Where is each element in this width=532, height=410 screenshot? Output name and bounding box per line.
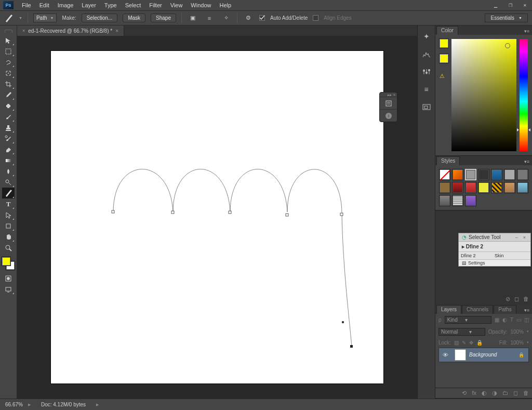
close-tab-icon[interactable]: ×: [115, 28, 118, 34]
quickmask-button[interactable]: [2, 273, 15, 284]
histogram-icon[interactable]: [421, 48, 432, 60]
style-swatch[interactable]: [517, 169, 528, 180]
plugin-name[interactable]: Dfine 2: [466, 244, 483, 249]
sparkle-icon[interactable]: ✦: [421, 31, 432, 42]
blur-tool[interactable]: [2, 166, 15, 177]
navigator-icon[interactable]: [421, 101, 432, 113]
pen-tool-indicator[interactable]: [4, 14, 14, 23]
style-swatch[interactable]: [491, 182, 502, 193]
style-swatch[interactable]: [452, 182, 463, 193]
type-tool[interactable]: T: [2, 199, 15, 209]
lasso-tool[interactable]: [2, 57, 15, 68]
hand-tool[interactable]: [2, 231, 15, 242]
adjustments-icon[interactable]: [421, 66, 432, 77]
mini-panel[interactable]: ▸▸× i: [379, 92, 397, 122]
opacity-value[interactable]: 100%: [510, 329, 524, 335]
align-icon[interactable]: ≡: [204, 13, 215, 23]
gear-icon[interactable]: ⚙: [243, 13, 254, 23]
make-selection-button[interactable]: Selection...: [82, 14, 117, 22]
doc-info[interactable]: Doc: 4.12M/0 bytes: [31, 402, 96, 407]
visibility-icon[interactable]: 👁: [439, 352, 451, 358]
style-swatch[interactable]: [439, 182, 450, 193]
style-swatch[interactable]: [517, 182, 528, 193]
filter-text-icon[interactable]: T: [510, 317, 513, 323]
style-swatch[interactable]: [478, 169, 489, 180]
healing-tool[interactable]: [2, 100, 15, 111]
screen-mode-button[interactable]: [2, 284, 15, 295]
menu-view[interactable]: View: [166, 1, 187, 10]
make-mask-button[interactable]: Mask: [123, 14, 145, 22]
adjustment-icon[interactable]: ◑: [492, 390, 497, 396]
style-none[interactable]: [439, 169, 450, 180]
tab-layers[interactable]: Layers: [436, 305, 461, 314]
col-1[interactable]: Dfine 2: [461, 253, 495, 258]
gradient-tool[interactable]: [2, 155, 15, 166]
background-swatch[interactable]: [440, 54, 448, 63]
style-swatch[interactable]: [478, 182, 489, 193]
mode-select[interactable]: Path▼: [33, 14, 57, 22]
style-swatch[interactable]: [504, 169, 515, 180]
style-swatch[interactable]: [439, 195, 450, 206]
eyedropper-tool[interactable]: [2, 89, 15, 100]
settings-accordion[interactable]: Settings: [468, 260, 485, 266]
new-icon[interactable]: ◻: [514, 296, 519, 302]
color-panel-menu-icon[interactable]: ▾≡: [522, 28, 532, 35]
crop-tool[interactable]: [2, 78, 15, 89]
style-swatch[interactable]: [465, 182, 476, 193]
hue-slider-thumb[interactable]: [518, 128, 529, 130]
new-layer-icon[interactable]: ◻: [513, 390, 518, 396]
brush-tool[interactable]: [2, 111, 15, 122]
menu-edit[interactable]: Edit: [35, 1, 54, 10]
maximize-button[interactable]: ❐: [503, 0, 517, 10]
zoom-tool[interactable]: [2, 242, 15, 253]
lock-all-icon[interactable]: 🔒: [476, 340, 483, 346]
mini-properties-icon[interactable]: [380, 97, 397, 109]
col-2[interactable]: Skin: [495, 253, 528, 258]
link-icon[interactable]: ⟲: [462, 390, 467, 396]
menu-filter[interactable]: Filter: [145, 1, 166, 10]
style-swatch[interactable]: [504, 182, 515, 193]
blend-mode-select[interactable]: Normal ▾: [438, 328, 485, 336]
layer-row[interactable]: 👁 Background 🔒: [438, 348, 529, 362]
shape-tool[interactable]: [2, 220, 15, 231]
combine-icon[interactable]: ▣: [187, 13, 198, 23]
menu-file[interactable]: File: [18, 1, 35, 10]
tab-color[interactable]: Color: [436, 26, 458, 35]
move-tool[interactable]: [2, 35, 15, 46]
color-swatches[interactable]: [2, 257, 15, 270]
style-swatch[interactable]: [465, 169, 476, 180]
auto-add-delete-checkbox[interactable]: [259, 15, 265, 21]
no-icon[interactable]: ⊘: [506, 296, 510, 302]
delete-layer-icon[interactable]: 🗑: [523, 390, 529, 396]
lock-pixels-icon[interactable]: ✎: [462, 340, 466, 346]
saturation-value-picker[interactable]: [451, 39, 516, 151]
menu-window[interactable]: Window: [187, 1, 215, 10]
marquee-tool[interactable]: [2, 46, 15, 57]
folder-icon[interactable]: 🗀: [502, 390, 508, 396]
minimize-icon[interactable]: –: [514, 235, 520, 240]
layer-name[interactable]: Background: [469, 352, 497, 358]
fx-icon[interactable]: fx: [472, 390, 476, 396]
lock-icon[interactable]: 🔒: [518, 352, 524, 358]
style-swatch[interactable]: [491, 169, 502, 180]
hue-slider[interactable]: [520, 39, 528, 151]
tab-channels[interactable]: Channels: [462, 305, 493, 314]
filter-adjust-icon[interactable]: ◐: [502, 317, 507, 323]
kind-filter[interactable]: Kind ▾: [445, 316, 491, 324]
tab-styles[interactable]: Styles: [436, 156, 460, 165]
menu-help[interactable]: Help: [215, 1, 235, 10]
eraser-tool[interactable]: [2, 144, 15, 155]
close-icon[interactable]: ×: [393, 93, 395, 96]
mask-icon[interactable]: ◐: [482, 390, 487, 396]
make-shape-button[interactable]: Shape: [151, 14, 176, 22]
dodge-tool[interactable]: [2, 177, 15, 188]
quick-select-tool[interactable]: [2, 68, 15, 78]
style-swatch[interactable]: [452, 195, 463, 206]
layer-thumbnail[interactable]: [455, 349, 466, 361]
styles-grid[interactable]: [435, 165, 532, 210]
lock-transparency-icon[interactable]: ▨: [454, 340, 459, 346]
paragraph-icon[interactable]: ≡: [421, 84, 432, 95]
pen-tool[interactable]: [2, 188, 15, 199]
document-tab[interactable]: × ed-1-Recovered @ 66.7% (RGB/8) * ×: [17, 25, 124, 36]
menu-type[interactable]: Type: [100, 1, 121, 10]
